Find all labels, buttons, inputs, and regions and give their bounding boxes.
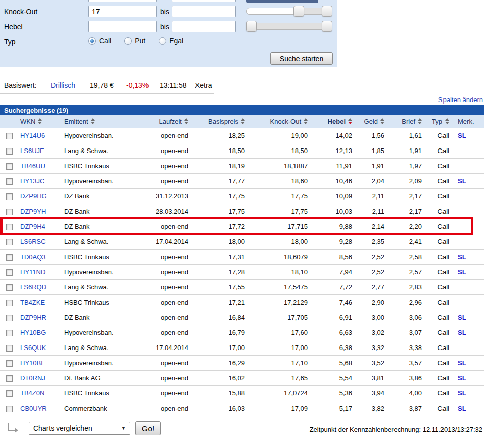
row-checkbox[interactable]	[6, 163, 13, 170]
sl-badge[interactable]: SL	[458, 314, 466, 321]
cell-merk[interactable]: SL	[451, 355, 484, 370]
radio-option-egal[interactable]: Egal	[159, 37, 183, 45]
row-checkbox[interactable]	[6, 406, 13, 412]
wkn-link[interactable]: LS6UJE	[20, 147, 44, 155]
row-checkbox[interactable]	[6, 345, 13, 352]
sl-badge[interactable]: SL	[458, 374, 466, 382]
wkn-link[interactable]: HY14U6	[20, 132, 45, 139]
cell-merk[interactable]: SL	[451, 325, 484, 340]
wkn-link[interactable]: DZP9H4	[20, 223, 45, 230]
wkn-link[interactable]: LS6RQD	[20, 283, 46, 291]
knockout-to-input[interactable]	[172, 6, 236, 17]
sort-arrows-icon[interactable]	[380, 118, 384, 124]
knockout-range-slider[interactable]	[246, 7, 332, 15]
wkn-link[interactable]: HY13JC	[20, 177, 44, 185]
sl-badge[interactable]: SL	[458, 389, 466, 397]
slider-handle-right[interactable]	[322, 6, 332, 17]
row-checkbox[interactable]	[6, 269, 13, 276]
wkn-link[interactable]: HY10BF	[20, 359, 45, 367]
cutoff-input-from[interactable]	[88, 0, 157, 2]
col-header-knock-out[interactable]: Knock-Out	[247, 115, 310, 128]
row-checkbox[interactable]	[6, 360, 13, 367]
sl-badge[interactable]: SL	[458, 253, 466, 261]
col-header-typ[interactable]: Typ	[424, 115, 451, 128]
sl-badge[interactable]: SL	[458, 268, 466, 276]
slider-handle-left[interactable]	[293, 6, 304, 17]
col-header-emittent[interactable]: Emittent	[62, 115, 144, 128]
knockout-from-input[interactable]	[88, 6, 157, 17]
sl-badge[interactable]: SL	[458, 177, 466, 185]
wkn-link[interactable]: TB4ZKE	[20, 298, 45, 306]
sl-badge[interactable]: SL	[458, 329, 466, 336]
go-button[interactable]: Go!	[135, 421, 161, 435]
hebel-range-slider[interactable]	[246, 22, 332, 30]
radio-circle[interactable]	[88, 37, 96, 45]
wkn-link[interactable]: TB46UU	[20, 162, 45, 170]
wkn-link[interactable]: LS6QUK	[20, 344, 46, 352]
radio-option-call[interactable]: Call	[88, 37, 111, 45]
cell-merk[interactable]: SL	[451, 264, 484, 279]
cell-merk[interactable]: SL	[451, 249, 484, 264]
row-checkbox[interactable]	[6, 133, 13, 139]
wkn-link[interactable]: HY10BG	[20, 329, 46, 336]
radio-circle[interactable]	[124, 37, 132, 45]
basiswert-name-link[interactable]: Drillisch	[51, 81, 75, 89]
row-checkbox[interactable]	[6, 390, 13, 397]
cell-merk[interactable]: SL	[451, 173, 484, 188]
radio-option-put[interactable]: Put	[124, 37, 145, 45]
wkn-link[interactable]: TB4Z0N	[20, 389, 44, 397]
charts-select[interactable]: Charts vergleichen ▼	[29, 422, 130, 435]
col-header-geld[interactable]: Geld	[354, 115, 386, 128]
slider-handle-left[interactable]	[246, 21, 257, 32]
spalten-aendern-link[interactable]: Spalten ändern	[438, 96, 483, 104]
sl-badge[interactable]: SL	[458, 132, 466, 139]
sort-arrows-icon[interactable]	[241, 118, 245, 124]
col-header-wkn[interactable]: WKN	[17, 115, 62, 128]
hebel-from-input[interactable]	[88, 21, 157, 32]
slider-track[interactable]	[246, 23, 332, 30]
cell-merk[interactable]: SL	[451, 310, 484, 325]
col-header-laufzeit[interactable]: Laufzeit	[144, 115, 190, 128]
row-checkbox[interactable]	[6, 330, 13, 336]
suche-starten-button[interactable]: Suche starten	[270, 52, 333, 65]
row-checkbox[interactable]	[6, 300, 13, 306]
wkn-link[interactable]: DZP9HR	[20, 314, 46, 321]
sort-arrows-icon[interactable]	[445, 118, 449, 124]
sort-arrows-icon[interactable]	[38, 118, 42, 124]
row-checkbox[interactable]	[6, 148, 13, 155]
row-checkbox[interactable]	[6, 209, 13, 215]
sl-badge[interactable]: SL	[458, 405, 466, 412]
wkn-link[interactable]: DZP9HG	[20, 192, 47, 200]
row-checkbox[interactable]	[6, 239, 13, 245]
row-checkbox[interactable]	[6, 254, 13, 261]
sort-arrows-icon[interactable]	[418, 118, 422, 124]
cell-merk[interactable]: SL	[451, 401, 484, 416]
sort-arrows-icon[interactable]	[184, 118, 188, 124]
cell-merk[interactable]: SL	[451, 370, 484, 385]
col-header-basispreis[interactable]: Basispreis	[190, 115, 247, 128]
row-checkbox[interactable]	[6, 178, 13, 185]
sort-arrows-icon[interactable]	[304, 118, 308, 124]
wkn-link[interactable]: CB0UYR	[20, 405, 47, 412]
sl-badge[interactable]: SL	[458, 359, 466, 367]
row-checkbox[interactable]	[6, 224, 13, 230]
cutoff-slider[interactable]	[246, 0, 318, 3]
wkn-link[interactable]: DZP9YH	[20, 208, 46, 215]
row-checkbox[interactable]	[6, 193, 13, 200]
col-header-hebel[interactable]: Hebel	[310, 115, 354, 128]
hebel-to-input[interactable]	[172, 21, 236, 32]
wkn-link[interactable]: LS6RSC	[20, 238, 46, 245]
cell-merk[interactable]: SL	[451, 128, 484, 143]
slider-handle-right[interactable]	[322, 21, 332, 32]
sort-arrows-icon[interactable]	[348, 118, 352, 124]
row-checkbox[interactable]	[6, 284, 13, 291]
wkn-link[interactable]: HY11ND	[20, 268, 45, 276]
cell-merk[interactable]: SL	[451, 385, 484, 401]
wkn-link[interactable]: DT0RNJ	[20, 374, 45, 382]
cutoff-input-to[interactable]	[172, 0, 236, 2]
row-checkbox[interactable]	[6, 375, 13, 382]
wkn-link[interactable]: TD0AQ3	[20, 253, 46, 261]
sort-arrows-icon[interactable]	[91, 118, 95, 124]
radio-circle[interactable]	[159, 37, 166, 45]
row-checkbox[interactable]	[6, 315, 13, 321]
